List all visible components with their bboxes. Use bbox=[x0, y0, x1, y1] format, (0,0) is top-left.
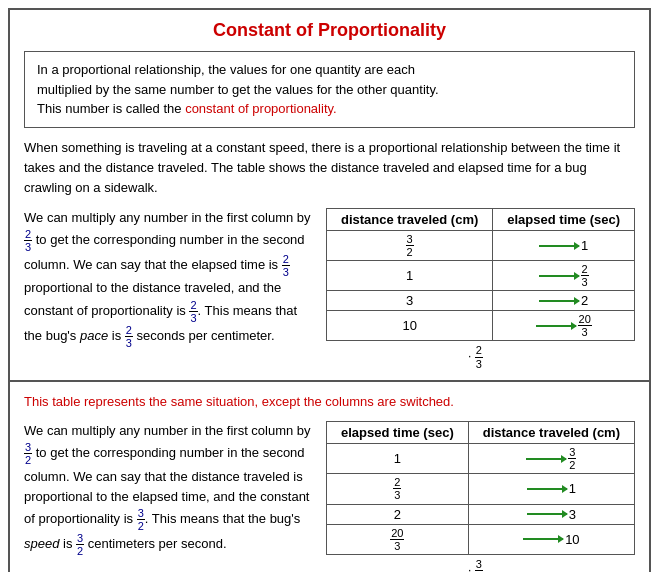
table-area-1: distance traveled (cm) elapsed time (sec… bbox=[326, 208, 635, 370]
table1-r3c2: 2 bbox=[493, 291, 635, 311]
bottom-intro-text: This table represents the same situation… bbox=[24, 392, 635, 412]
table2-r1c2: 32 bbox=[468, 444, 634, 474]
multiplier-label-1: · 23 bbox=[468, 344, 493, 369]
table2-r4c2: 10 bbox=[468, 524, 634, 554]
table1-r2c2: 23 bbox=[493, 261, 635, 291]
frac-2-3-c: 23 bbox=[189, 303, 197, 318]
intro-text-3a: This number is called the bbox=[37, 101, 185, 116]
table-row: 23 1 bbox=[327, 474, 635, 504]
frac-3-2-b: 32 bbox=[137, 511, 145, 526]
table2-r2c1: 23 bbox=[327, 474, 469, 504]
table1-r1c2: 1 bbox=[493, 230, 635, 260]
table2-r1c1: 1 bbox=[327, 444, 469, 474]
table-row: 3 2 bbox=[327, 291, 635, 311]
left-paragraph-2: We can multiply any number in the first … bbox=[24, 421, 316, 557]
table1-r3c1: 3 bbox=[327, 291, 493, 311]
frac-2-3-a: 23 bbox=[24, 232, 32, 247]
intro-text-3b: constant of proportionality. bbox=[185, 101, 337, 116]
intro-line1: In a proportional relationship, the valu… bbox=[37, 60, 622, 80]
intro-line3: This number is called the constant of pr… bbox=[37, 99, 622, 119]
frac-2-3-b: 23 bbox=[282, 257, 290, 272]
table-area-2: elapsed time (sec) distance traveled (cm… bbox=[326, 421, 635, 572]
content-row-2: We can multiply any number in the first … bbox=[24, 421, 635, 572]
main-container: Constant of Proportionality In a proport… bbox=[8, 8, 651, 572]
green-arrow-icon bbox=[527, 488, 567, 490]
table2-r3c2: 3 bbox=[468, 504, 634, 524]
intro-text-2: multiplied by the same number to get the… bbox=[37, 82, 439, 97]
frac-3-2-c: 32 bbox=[76, 536, 84, 551]
green-arrow-icon bbox=[527, 513, 567, 515]
bottom-section: This table represents the same situation… bbox=[10, 382, 649, 572]
table2-r4c1: 203 bbox=[327, 524, 469, 554]
table-row: 2 3 bbox=[327, 504, 635, 524]
speed-word: speed bbox=[24, 536, 59, 551]
intro-box: In a proportional relationship, the valu… bbox=[24, 51, 635, 128]
left-text-1: We can multiply any number in the first … bbox=[24, 208, 316, 349]
intro-line2: multiplied by the same number to get the… bbox=[37, 80, 622, 100]
green-arrow-icon bbox=[539, 300, 579, 302]
green-arrow-icon bbox=[539, 275, 579, 277]
frac-2-3-d: 23 bbox=[125, 328, 133, 343]
table1-col1-header: distance traveled (cm) bbox=[327, 208, 493, 230]
green-arrow-icon bbox=[526, 458, 566, 460]
table2-col2-header: distance traveled (cm) bbox=[468, 422, 634, 444]
multiplier-label-2: · 32 bbox=[468, 558, 493, 572]
table-row: 203 10 bbox=[327, 524, 635, 554]
table1-col2-header: elapsed time (sec) bbox=[493, 208, 635, 230]
green-arrow-icon bbox=[539, 245, 579, 247]
description-text: When something is traveling at a constan… bbox=[24, 138, 635, 198]
frac-3-2-a: 32 bbox=[24, 445, 32, 460]
intro-text-1: In a proportional relationship, the valu… bbox=[37, 62, 415, 77]
green-arrow-icon bbox=[523, 538, 563, 540]
pace-word: pace bbox=[80, 328, 108, 343]
table1-r4c2: 203 bbox=[493, 311, 635, 341]
table2-r2c2: 1 bbox=[468, 474, 634, 504]
table2-col1-header: elapsed time (sec) bbox=[327, 422, 469, 444]
left-text-2: We can multiply any number in the first … bbox=[24, 421, 316, 557]
table1-r1c1: 32 bbox=[327, 230, 493, 260]
table2-r3c1: 2 bbox=[327, 504, 469, 524]
page-title: Constant of Proportionality bbox=[24, 20, 635, 41]
data-table-1: distance traveled (cm) elapsed time (sec… bbox=[326, 208, 635, 342]
top-section: Constant of Proportionality In a proport… bbox=[10, 10, 649, 382]
left-paragraph-1: We can multiply any number in the first … bbox=[24, 208, 316, 349]
bottom-intro-red: This table represents the same situation… bbox=[24, 394, 454, 409]
content-row-1: We can multiply any number in the first … bbox=[24, 208, 635, 370]
table-row: 1 23 bbox=[327, 261, 635, 291]
table-row: 32 1 bbox=[327, 230, 635, 260]
table1-r4c1: 10 bbox=[327, 311, 493, 341]
data-table-2: elapsed time (sec) distance traveled (cm… bbox=[326, 421, 635, 555]
table-row: 10 203 bbox=[327, 311, 635, 341]
table-row: 1 32 bbox=[327, 444, 635, 474]
green-arrow-icon bbox=[536, 325, 576, 327]
table1-r2c1: 1 bbox=[327, 261, 493, 291]
